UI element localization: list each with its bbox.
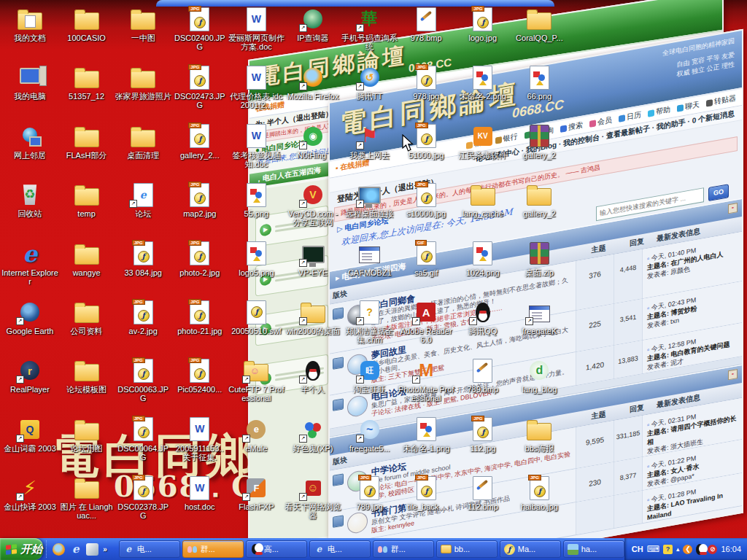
- desktop-icon[interactable]: ⚡↗ 金山快译 2003: [1, 475, 58, 511]
- desktop-icon[interactable]: e Internet Explorer: [1, 241, 58, 286]
- desktop-icon[interactable]: ↗ 腾讯QQ: [454, 299, 511, 335]
- desktop-icon[interactable]: wangye: [58, 241, 115, 277]
- taskbar-button[interactable]: 群...: [182, 540, 244, 558]
- desktop-icon[interactable]: JPGƒ haibao.jpg: [511, 475, 568, 511]
- nav-item[interactable]: 转贴器: [706, 93, 736, 108]
- desktop-icon[interactable]: 789.bmp: [454, 357, 511, 394]
- firefox-icon[interactable]: [53, 543, 65, 556]
- desktop-icon[interactable]: 张家界旅游照片: [115, 64, 171, 101]
- quick-launch-overflow-chevron[interactable]: »: [103, 545, 107, 553]
- desktop-icon[interactable]: JPGƒ logo.jpg: [454, 6, 511, 42]
- desktop-icon[interactable]: bbs海报: [511, 416, 568, 453]
- desktop-icon[interactable]: JPGƒ DSC02378.JPG: [115, 475, 171, 520]
- nav-item[interactable]: 帮助: [648, 104, 670, 118]
- desktop-icon[interactable]: logo5.png: [228, 241, 285, 277]
- taskbar-button[interactable]: bb...: [436, 540, 498, 558]
- desktop-icon[interactable]: 978.bmp: [398, 6, 454, 42]
- taskbar-button[interactable]: ha...: [563, 540, 624, 558]
- desktop-icon[interactable]: Q↗ 金山词霸 2003: [1, 416, 58, 453]
- desktop-icon[interactable]: 我的电脑: [1, 64, 58, 101]
- taskbar-button[interactable]: 群...: [373, 540, 434, 558]
- desktop-icon[interactable]: ⚑↗ 我要上网去: [341, 123, 398, 160]
- desktop-icon[interactable]: W 爱丽斯网页制作方案.doc: [228, 6, 285, 51]
- keyboard-icon[interactable]: ⌨: [647, 545, 659, 553]
- desktop-icon[interactable]: JPGƒ DSC00064.JPG: [115, 416, 171, 462]
- desktop-icon[interactable]: lang_cache: [454, 182, 511, 218]
- desktop-icon[interactable]: 66.png: [511, 64, 568, 101]
- desktop-icon[interactable]: JPGƒ 978.jpg: [398, 64, 454, 101]
- language-indicator[interactable]: CH: [632, 545, 643, 553]
- desktop-icon[interactable]: 我的文档: [1, 6, 58, 42]
- desktop-icon[interactable]: JPGƒ tile_back...: [398, 475, 454, 511]
- desktop-icon[interactable]: ↗ VP-EYE: [285, 241, 341, 277]
- desktop-icon[interactable]: A↗ Adobe Reader 6.0: [398, 299, 454, 344]
- desktop-icon[interactable]: JPGƒ gallery_2...: [171, 123, 228, 160]
- nav-item[interactable]: 聊天: [677, 99, 700, 113]
- collapse-section-button[interactable]: -: [728, 203, 738, 214]
- desktop-icon[interactable]: ~↗ freegate5...: [341, 416, 398, 453]
- desktop-icon[interactable]: ☺↗ 看天下网络浏览器: [285, 475, 341, 520]
- desktop-icon[interactable]: JPGƒ map2.jpg: [171, 182, 228, 218]
- desktop-icon[interactable]: ↗ freegateK: [511, 299, 568, 335]
- collapse-section-button[interactable]: -: [728, 369, 738, 380]
- desktop-icon[interactable]: KV 江民杀毒软件: [454, 123, 511, 160]
- desktop-icon[interactable]: gallery_2: [511, 182, 568, 218]
- desktop-icon[interactable]: FLAsH部分: [58, 123, 115, 160]
- desktop-icon[interactable]: CoralQQ_P...: [511, 6, 568, 42]
- desktop-icon[interactable]: JPGƒ DSC02400.JPG: [171, 6, 228, 51]
- desktop-icon[interactable]: ↗ IP查询器: [285, 6, 341, 42]
- collapse-tray-arrow[interactable]: ▴: [676, 545, 680, 553]
- desktop-icon[interactable]: e↗ eMule: [228, 416, 285, 453]
- desktop-icon[interactable]: ↗ win2000的桌面: [285, 299, 341, 335]
- desktop-icon[interactable]: r↗ RealPlayer: [1, 357, 58, 394]
- desktop-icon[interactable]: 華↗ 手机号码查询系统: [341, 6, 398, 51]
- taskbar-button[interactable]: 高...: [246, 540, 307, 558]
- desktop-icon[interactable]: ƒ 20050510.swf: [228, 299, 285, 335]
- desktop-icon[interactable]: ↗ Google Earth: [1, 299, 58, 335]
- desktop-icon[interactable]: JPGƒ photo-21.jpg: [171, 299, 228, 335]
- desktop-icon[interactable]: JPGƒ av-2.jpg: [115, 299, 171, 335]
- desktop-icon[interactable]: W 代理价格表 idc2001(2...: [228, 64, 285, 109]
- helper-icon[interactable]: ?: [663, 545, 673, 554]
- desktop-icon[interactable]: ↗ 半个人: [285, 357, 341, 394]
- desktop-icon[interactable]: 55.png: [228, 182, 285, 218]
- desktop-icon[interactable]: 网上邻居: [1, 123, 58, 160]
- desktop-icon[interactable]: 旺↗ 淘宝旺旺: [341, 357, 398, 394]
- mute-icon[interactable]: ⊘: [708, 545, 717, 554]
- desktop-icon[interactable]: ↗ 好色鬼(XP): [285, 416, 341, 453]
- desktop-icon[interactable]: CAFMOBZ1: [341, 241, 398, 277]
- qq-tray-icon[interactable]: [696, 544, 704, 555]
- desktop-icon[interactable]: gallery_2: [511, 123, 568, 160]
- desktop-icon[interactable]: 100CASIO: [58, 6, 115, 42]
- back-tray-icon[interactable]: ❮: [683, 545, 692, 554]
- desktop-icon[interactable]: 论坛模板图: [58, 357, 115, 394]
- desktop-icon[interactable]: ?↗ 郑渊洁童话全集.chm: [341, 299, 398, 344]
- desktop-icon[interactable]: ↗ 远程桌面连接: [341, 182, 398, 218]
- show-desktop-icon[interactable]: [86, 543, 98, 556]
- desktop-icon[interactable]: JPGƒ s10000.jpg: [398, 182, 454, 218]
- desktop-icon[interactable]: ↺↗ 腾讯TT: [341, 64, 398, 101]
- desktop-icon[interactable]: GIFƒ sa5.gif: [398, 241, 454, 277]
- taskbar-button[interactable]: e电...: [119, 540, 180, 558]
- desktop-icon[interactable]: 未命名-2.png: [454, 64, 511, 101]
- desktop-icon[interactable]: JPGƒ photo-2.jpg: [171, 241, 228, 277]
- desktop-icon[interactable]: V↗ VeryCD.com - 分享互联网: [285, 182, 341, 227]
- desktop-icon[interactable]: temp: [58, 182, 115, 218]
- start-button[interactable]: 开始: [0, 538, 43, 560]
- desktop-icon[interactable]: ♻ 回收站: [1, 182, 58, 218]
- desktop-icon[interactable]: 论坛用图: [58, 416, 115, 453]
- ie-icon[interactable]: e: [69, 543, 82, 556]
- taskbar-button[interactable]: ƒMa...: [500, 540, 561, 558]
- desktop-icon[interactable]: 公司资料: [58, 299, 115, 335]
- desktop-icon[interactable]: JPGƒ 789.jpg: [341, 475, 398, 511]
- donate-link[interactable]: ▪ 在线捐赠: [336, 158, 369, 174]
- desktop-icon[interactable]: JPGƒ 33 084.jpg: [115, 241, 171, 277]
- desktop-icon[interactable]: ↗ Mozilla Firefox: [285, 64, 341, 101]
- desktop-icon[interactable]: ◉↗ N0tHing`: [285, 123, 341, 160]
- desktop-icon[interactable]: 51357_12: [58, 64, 115, 101]
- desktop-icon[interactable]: d lang_blog: [511, 357, 568, 394]
- desktop-icon[interactable]: M↗ PhotoMate Professional: [398, 357, 454, 402]
- desktop-icon[interactable]: 桌面.zip: [511, 241, 568, 277]
- nav-item[interactable]: 会员: [589, 114, 612, 128]
- desktop-icon[interactable]: F↗ FlashFXP: [228, 475, 285, 511]
